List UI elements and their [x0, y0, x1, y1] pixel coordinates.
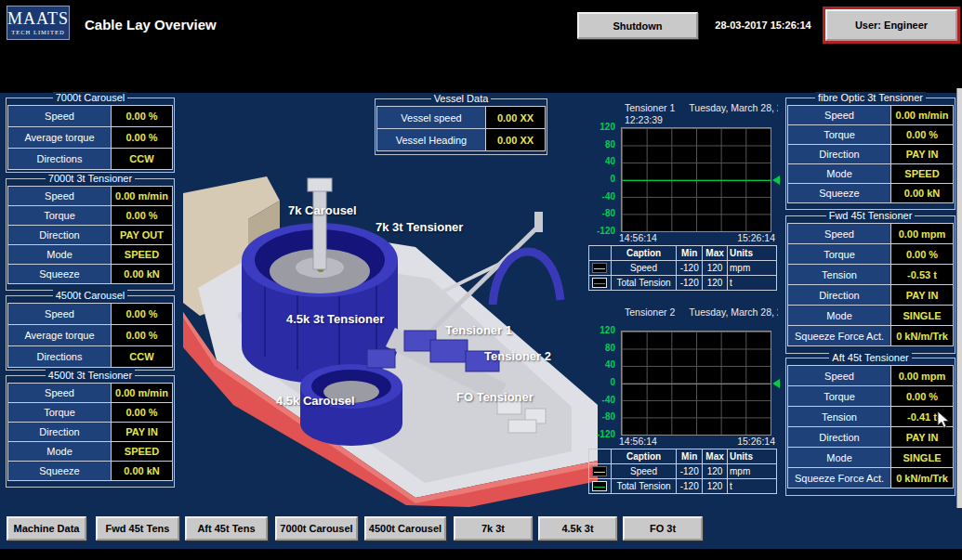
nav-button-4500t-carousel[interactable]: 4500t Carousel: [364, 516, 446, 540]
field-label: Squeeze: [7, 264, 112, 284]
table-row: ModeSPEED: [7, 244, 173, 265]
legend-row-speed: Speed -120 120 mpm: [589, 261, 777, 276]
table-row: Vessel Heading0.00 XX: [376, 128, 546, 151]
table-row: Torque0.00 %: [787, 385, 954, 407]
panel-7000t-3t-tensioner: 7000t 3t Tensioner Speed0.00 m/min Torqu…: [6, 178, 175, 291]
field-label: Direction: [787, 426, 891, 448]
nav-button-fo-3t[interactable]: FO 3t: [623, 516, 703, 540]
nav-button-7k-3t[interactable]: 7k 3t: [454, 516, 533, 540]
table-row: Vessel speed0.00 XX: [376, 106, 546, 129]
table-row: Average torque0.00 %: [7, 324, 173, 346]
field-value: SINGLE: [891, 447, 954, 468]
panel-aft-45t-tensioner: Aft 45t Tensioner Speed0.00 mpm Torque0.…: [785, 358, 955, 496]
speed-series-swatch: [592, 466, 607, 476]
field-label: Speed: [787, 365, 891, 386]
field-label: Speed: [787, 105, 891, 125]
table-row: Squeeze0.00 kN: [7, 461, 173, 481]
field-label: Speed: [7, 383, 112, 403]
table-row: DirectionsCCW: [7, 345, 173, 368]
nav-button-45k-3t[interactable]: 4.5k 3t: [538, 516, 617, 540]
field-value: 0 kN/m/Trk: [891, 467, 954, 488]
panel-title: Vessel Data: [376, 93, 547, 105]
field-label: Speed: [7, 105, 112, 127]
window-edge: [956, 88, 962, 508]
field-value: PAY IN: [891, 284, 954, 306]
field-value: 0.00 mpm: [891, 365, 954, 386]
chart1-date: Tuesday, March 28, 2: [689, 102, 778, 114]
tension-series-swatch: [592, 278, 607, 288]
chart1-time-end: 15:26:14: [737, 232, 775, 243]
legend-header-row: Caption Min Max Units: [589, 246, 777, 261]
panel-title: fibre Optic 3t Tensioner: [786, 92, 955, 104]
chart1-plot-area: [621, 127, 771, 232]
chart2-time-start: 14:56:14: [619, 436, 657, 447]
field-label: Average torque: [7, 324, 112, 346]
nav-button-7000t-carousel[interactable]: 7000t Carousel: [275, 516, 358, 540]
ship-label-45k-carousel: 4.5k Carousel: [276, 394, 355, 408]
table-row: Squeeze0.00 kN: [7, 264, 173, 284]
chart2-tension-line: [622, 384, 771, 384]
chart2-y-axis: 12080400-40-80-120: [584, 325, 615, 439]
panel-title: 4500t Carousel: [7, 290, 174, 302]
field-value: 0.00 XX: [486, 128, 546, 151]
table-row: ModeSINGLE: [787, 305, 954, 326]
chart2-header: Tensioner 2 Tuesday, March 28, 2: [600, 306, 778, 319]
table-row: Speed0.00 mpm: [787, 223, 954, 244]
chart2-title: Tensioner 2: [625, 306, 675, 319]
panel-title: 4500t 3t Tensioner: [7, 370, 174, 382]
field-value: -0.53 t: [891, 264, 954, 285]
field-label: Squeeze: [787, 183, 891, 203]
table-row: Squeeze Force Act.0 kN/m/Trk: [787, 325, 954, 346]
chart1-title: Tensioner 1: [625, 102, 675, 114]
field-label: Vessel Heading: [376, 128, 486, 151]
field-value: 0.00 %: [112, 324, 173, 346]
panel-7000t-carousel: 7000t Carousel Speed0.00 % Average torqu…: [6, 98, 175, 173]
table-row: Torque0.00 %: [787, 243, 954, 265]
chart1-y-axis: 12080400-40-80-120: [584, 122, 615, 236]
field-value: PAY IN: [891, 426, 954, 448]
cable-lay-overview-screen: MAATS TECH LIMITED Cable Lay Overview Sh…: [0, 0, 962, 560]
field-label: Squeeze: [7, 461, 112, 481]
field-value: 0.00 %: [112, 205, 173, 226]
table-row: DirectionPAY IN: [7, 422, 173, 442]
field-value: 0.00 %: [891, 243, 954, 265]
table-row: Torque0.00 %: [7, 402, 173, 423]
panel-title: 7000t 3t Tensioner: [7, 173, 174, 185]
panel-fibre-optic-3t-tensioner: fibre Optic 3t Tensioner Speed0.00 m/min…: [785, 98, 955, 210]
field-label: Speed: [787, 223, 891, 244]
table-row: ModeSINGLE: [787, 447, 954, 468]
field-value: 0.00 m/min: [112, 383, 173, 403]
field-value: PAY OUT: [112, 225, 173, 245]
field-value: 0.00 %: [112, 303, 173, 325]
field-label: Torque: [787, 243, 891, 265]
nav-button-aft-45t-tens[interactable]: Aft 45t Tens: [185, 516, 268, 540]
table-row: DirectionsCCW: [7, 148, 173, 170]
table-row: Average torque0.00 %: [7, 126, 173, 149]
field-label: Squeeze Force Act.: [787, 467, 891, 488]
field-value: 0.00 %: [112, 105, 173, 127]
shutdown-button[interactable]: Shutdown: [577, 12, 698, 39]
table-row: Tension-0.41 t: [787, 406, 954, 427]
field-label: Squeeze Force Act.: [787, 325, 891, 346]
tension-series-swatch: [592, 481, 607, 491]
field-label: Direction: [787, 284, 891, 306]
field-label: Directions: [7, 148, 112, 170]
logo-text: MAATS: [7, 8, 69, 29]
chart2-time-end: 15:26:14: [737, 436, 775, 447]
field-value: 0.00 kN: [112, 264, 173, 284]
field-value: PAY IN: [891, 144, 954, 164]
field-value: CCW: [112, 345, 173, 368]
chart1-tension-line: [622, 180, 771, 181]
nav-button-fwd-45t-tens[interactable]: Fwd 45t Tens: [96, 516, 179, 540]
user-button[interactable]: User: Engineer: [825, 9, 957, 41]
maats-logo: MAATS TECH LIMITED: [7, 6, 70, 40]
nav-button-machine-data[interactable]: Machine Data: [7, 516, 86, 540]
panel-title: Fwd 45t Tensioner: [786, 210, 955, 222]
table-row: DirectionPAY IN: [787, 144, 954, 164]
ship-label-7k-carousel: 7k Carousel: [288, 203, 357, 217]
field-value: 0.00 mpm: [891, 223, 954, 244]
field-value: 0.00 kN: [891, 183, 954, 203]
field-label: Torque: [787, 124, 891, 145]
table-row: Torque0.00 %: [7, 205, 173, 226]
field-value: 0.00 %: [112, 126, 173, 149]
